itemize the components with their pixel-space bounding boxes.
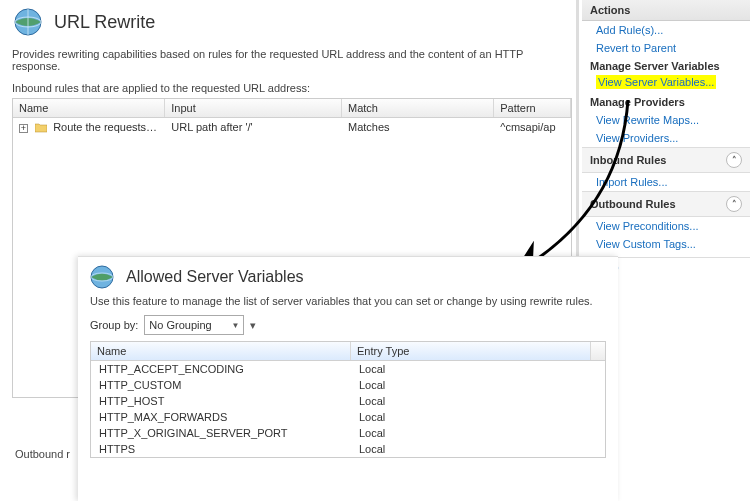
group-by-value: No Grouping: [149, 319, 211, 331]
rule-name: Route the requests for ...: [53, 121, 165, 133]
outbound-label: Outbound r: [15, 448, 70, 460]
url-rewrite-icon: [12, 6, 44, 38]
inbound-rules-label: Inbound Rules: [590, 154, 666, 166]
chevron-down-icon: ▼: [231, 321, 239, 330]
col-input[interactable]: Input: [165, 99, 342, 117]
vars-col-entry[interactable]: Entry Type: [351, 342, 591, 360]
var-name-cell: HTTP_ACCEPT_ENCODING: [91, 361, 351, 377]
rule-name-cell: + Route the requests for ...: [13, 118, 165, 136]
vars-grid-header: Name Entry Type: [91, 342, 605, 361]
var-entry-cell: Local: [351, 393, 591, 409]
var-entry-cell: Local: [351, 441, 591, 457]
outbound-rules-label: Outbound Rules: [590, 198, 676, 210]
table-row[interactable]: + Route the requests for ... URL path af…: [13, 118, 571, 136]
actions-header: Actions: [582, 0, 750, 21]
col-name[interactable]: Name: [13, 99, 165, 117]
rule-pattern-cell: ^cmsapi/ap: [494, 118, 571, 136]
inbound-heading: Inbound rules that are applied to the re…: [12, 82, 572, 94]
var-name-cell: HTTP_CUSTOM: [91, 377, 351, 393]
manage-providers-section: Manage Providers: [582, 93, 750, 111]
col-pattern[interactable]: Pattern: [494, 99, 571, 117]
table-row[interactable]: HTTP_MAX_FORWARDSLocal: [91, 409, 605, 425]
table-row[interactable]: HTTP_ACCEPT_ENCODINGLocal: [91, 361, 605, 377]
view-custom-tags-link[interactable]: View Custom Tags...: [582, 235, 750, 253]
add-rule-link[interactable]: Add Rule(s)...: [582, 21, 750, 39]
var-entry-cell: Local: [351, 377, 591, 393]
table-row[interactable]: HTTP_HOSTLocal: [91, 393, 605, 409]
var-name-cell: HTTP_HOST: [91, 393, 351, 409]
group-by-row: Group by: No Grouping ▼ ▾: [78, 315, 618, 341]
chevron-up-icon[interactable]: ˄: [726, 152, 742, 168]
rule-input-cell: URL path after '/': [165, 118, 342, 136]
var-entry-cell: Local: [351, 361, 591, 377]
view-providers-link[interactable]: View Providers...: [582, 129, 750, 147]
globe-icon: [88, 263, 116, 291]
view-rewrite-maps-link[interactable]: View Rewrite Maps...: [582, 111, 750, 129]
revert-to-parent-link[interactable]: Revert to Parent: [582, 39, 750, 57]
vars-col-name[interactable]: Name: [91, 342, 351, 360]
grid-header: Name Input Match Pattern: [13, 99, 571, 118]
actions-pane: Actions Add Rule(s)... Revert to Parent …: [582, 0, 750, 276]
expand-icon[interactable]: +: [19, 124, 28, 133]
var-name-cell: HTTPS: [91, 441, 351, 457]
group-by-select[interactable]: No Grouping ▼: [144, 315, 244, 335]
table-row[interactable]: HTTP_X_ORIGINAL_SERVER_PORTLocal: [91, 425, 605, 441]
dialog-title: Allowed Server Variables: [126, 268, 304, 286]
chevron-up-icon[interactable]: ˄: [726, 196, 742, 212]
page-header: URL Rewrite: [12, 6, 572, 38]
var-entry-cell: Local: [351, 425, 591, 441]
inbound-rules-section[interactable]: Inbound Rules ˄: [582, 147, 750, 173]
var-name-cell: HTTP_X_ORIGINAL_SERVER_PORT: [91, 425, 351, 441]
server-variables-grid[interactable]: Name Entry Type HTTP_ACCEPT_ENCODINGLoca…: [90, 341, 606, 458]
var-name-cell: HTTP_MAX_FORWARDS: [91, 409, 351, 425]
view-preconditions-link[interactable]: View Preconditions...: [582, 217, 750, 235]
table-row[interactable]: HTTPSLocal: [91, 441, 605, 457]
folder-icon: [35, 123, 47, 133]
rule-match-cell: Matches: [342, 118, 494, 136]
view-server-variables-link[interactable]: View Server Variables...: [596, 75, 716, 89]
page-title: URL Rewrite: [54, 12, 155, 33]
allowed-server-variables-panel: Allowed Server Variables Use this featur…: [78, 256, 618, 501]
page-description: Provides rewriting capabilities based on…: [12, 48, 572, 72]
group-by-label: Group by:: [90, 319, 138, 331]
outbound-rules-section[interactable]: Outbound Rules ˄: [582, 191, 750, 217]
manage-server-variables-section: Manage Server Variables: [582, 57, 750, 75]
dialog-description: Use this feature to manage the list of s…: [78, 295, 618, 315]
col-match[interactable]: Match: [342, 99, 494, 117]
table-row[interactable]: HTTP_CUSTOMLocal: [91, 377, 605, 393]
import-rules-link[interactable]: Import Rules...: [582, 173, 750, 191]
var-entry-cell: Local: [351, 409, 591, 425]
